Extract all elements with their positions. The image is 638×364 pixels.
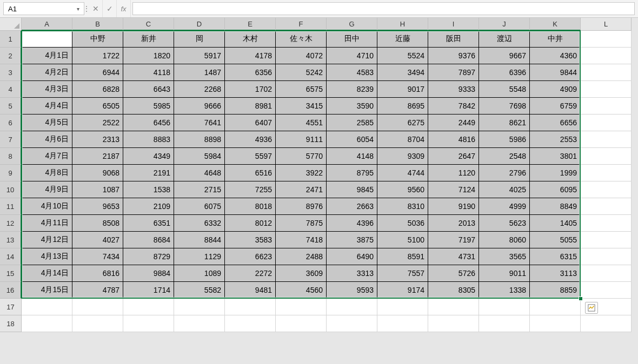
fx-icon[interactable]: fx <box>117 0 131 17</box>
cell-B6[interactable]: 2522 <box>72 114 123 131</box>
cell-H14[interactable]: 8591 <box>377 248 428 265</box>
cell-F8[interactable]: 5770 <box>276 148 327 165</box>
cell-L6[interactable] <box>581 114 632 131</box>
cell-I9[interactable]: 1120 <box>428 165 479 181</box>
cell-A9[interactable]: 4月8日 <box>22 165 72 181</box>
cell-D7[interactable]: 8898 <box>174 131 225 148</box>
cell-F17[interactable] <box>276 299 327 315</box>
cell-B1[interactable]: 中野 <box>72 31 123 48</box>
cell-D13[interactable]: 8844 <box>174 232 225 248</box>
cell-C3[interactable]: 4118 <box>123 64 174 81</box>
cell-E12[interactable]: 8012 <box>225 215 276 232</box>
cell-I1[interactable]: 阪田 <box>428 31 479 48</box>
cell-F4[interactable]: 6575 <box>276 81 327 98</box>
row-header-18[interactable]: 18 <box>0 315 22 332</box>
cell-J4[interactable]: 5548 <box>479 81 530 98</box>
cell-J16[interactable]: 1338 <box>479 282 530 299</box>
cell-A8[interactable]: 4月7日 <box>22 148 72 165</box>
cell-C5[interactable]: 5985 <box>123 98 174 114</box>
cell-A4[interactable]: 4月3日 <box>22 81 72 98</box>
cell-E16[interactable]: 9481 <box>225 282 276 299</box>
name-box-dropdown-icon[interactable]: ▾ <box>77 6 79 12</box>
cell-K8[interactable]: 3801 <box>530 148 581 165</box>
cell-D6[interactable]: 7641 <box>174 114 225 131</box>
cell-E8[interactable]: 5597 <box>225 148 276 165</box>
grid[interactable]: 中野新井岡木村佐々木田中近藤阪田渡辺中井4月1日1722182059174178… <box>22 31 638 332</box>
cell-J11[interactable]: 4999 <box>479 198 530 215</box>
cell-K15[interactable]: 3113 <box>530 265 581 282</box>
cell-A16[interactable]: 4月15日 <box>22 282 72 299</box>
cell-A13[interactable]: 4月12日 <box>22 232 72 248</box>
cell-D4[interactable]: 2268 <box>174 81 225 98</box>
cell-L7[interactable] <box>581 131 632 148</box>
cell-D14[interactable]: 1129 <box>174 248 225 265</box>
quick-analysis-button[interactable] <box>585 302 598 314</box>
cell-E15[interactable]: 2272 <box>225 265 276 282</box>
cell-L8[interactable] <box>581 148 632 165</box>
cell-D3[interactable]: 1487 <box>174 64 225 81</box>
cell-G3[interactable]: 4583 <box>327 64 377 81</box>
cell-I14[interactable]: 4731 <box>428 248 479 265</box>
cell-G1[interactable]: 田中 <box>327 31 377 48</box>
cell-E1[interactable]: 木村 <box>225 31 276 48</box>
cell-J10[interactable]: 4025 <box>479 181 530 198</box>
cell-E5[interactable]: 8981 <box>225 98 276 114</box>
cell-H18[interactable] <box>377 315 428 332</box>
column-header-A[interactable]: A <box>22 18 72 31</box>
cell-F11[interactable]: 8976 <box>276 198 327 215</box>
cell-G6[interactable]: 2585 <box>327 114 377 131</box>
enter-icon[interactable]: ✓ <box>103 0 117 17</box>
cancel-icon[interactable]: ✕ <box>89 0 103 17</box>
cell-F15[interactable]: 3609 <box>276 265 327 282</box>
cell-L9[interactable] <box>581 165 632 181</box>
cell-K1[interactable]: 中井 <box>530 31 581 48</box>
cell-H7[interactable]: 8704 <box>377 131 428 148</box>
cell-B5[interactable]: 6505 <box>72 98 123 114</box>
row-header-2[interactable]: 2 <box>0 48 22 64</box>
column-header-G[interactable]: G <box>327 18 377 31</box>
cell-K10[interactable]: 6095 <box>530 181 581 198</box>
cell-B17[interactable] <box>72 299 123 315</box>
row-header-11[interactable]: 11 <box>0 198 22 215</box>
cell-K17[interactable] <box>530 299 581 315</box>
row-header-9[interactable]: 9 <box>0 165 22 181</box>
cell-J14[interactable]: 3565 <box>479 248 530 265</box>
row-header-4[interactable]: 4 <box>0 81 22 98</box>
cell-A5[interactable]: 4月4日 <box>22 98 72 114</box>
cell-D8[interactable]: 5984 <box>174 148 225 165</box>
column-header-K[interactable]: K <box>530 18 581 31</box>
cell-J18[interactable] <box>479 315 530 332</box>
cell-I11[interactable]: 9190 <box>428 198 479 215</box>
cell-G12[interactable]: 4396 <box>327 215 377 232</box>
row-header-8[interactable]: 8 <box>0 148 22 165</box>
cell-I3[interactable]: 7897 <box>428 64 479 81</box>
cell-D1[interactable]: 岡 <box>174 31 225 48</box>
cell-G17[interactable] <box>327 299 377 315</box>
cell-J5[interactable]: 7698 <box>479 98 530 114</box>
name-box[interactable]: A1 ▾ <box>3 2 84 15</box>
cell-B11[interactable]: 9653 <box>72 198 123 215</box>
cell-F14[interactable]: 2488 <box>276 248 327 265</box>
cell-L15[interactable] <box>581 265 632 282</box>
cell-I12[interactable]: 2013 <box>428 215 479 232</box>
cell-E9[interactable]: 6516 <box>225 165 276 181</box>
cell-D16[interactable]: 5582 <box>174 282 225 299</box>
cell-C9[interactable]: 2191 <box>123 165 174 181</box>
cell-H1[interactable]: 近藤 <box>377 31 428 48</box>
cell-C11[interactable]: 2109 <box>123 198 174 215</box>
cell-J9[interactable]: 2796 <box>479 165 530 181</box>
cell-C1[interactable]: 新井 <box>123 31 174 48</box>
cell-E17[interactable] <box>225 299 276 315</box>
cell-I5[interactable]: 7842 <box>428 98 479 114</box>
cell-D17[interactable] <box>174 299 225 315</box>
cell-J1[interactable]: 渡辺 <box>479 31 530 48</box>
row-header-17[interactable]: 17 <box>0 299 22 315</box>
cell-B4[interactable]: 6828 <box>72 81 123 98</box>
row-header-13[interactable]: 13 <box>0 232 22 248</box>
cell-A1[interactable] <box>22 31 72 48</box>
cell-J2[interactable]: 9667 <box>479 48 530 64</box>
formula-input[interactable] <box>132 2 635 15</box>
cell-D2[interactable]: 5917 <box>174 48 225 64</box>
cell-K3[interactable]: 9844 <box>530 64 581 81</box>
cell-B15[interactable]: 6816 <box>72 265 123 282</box>
